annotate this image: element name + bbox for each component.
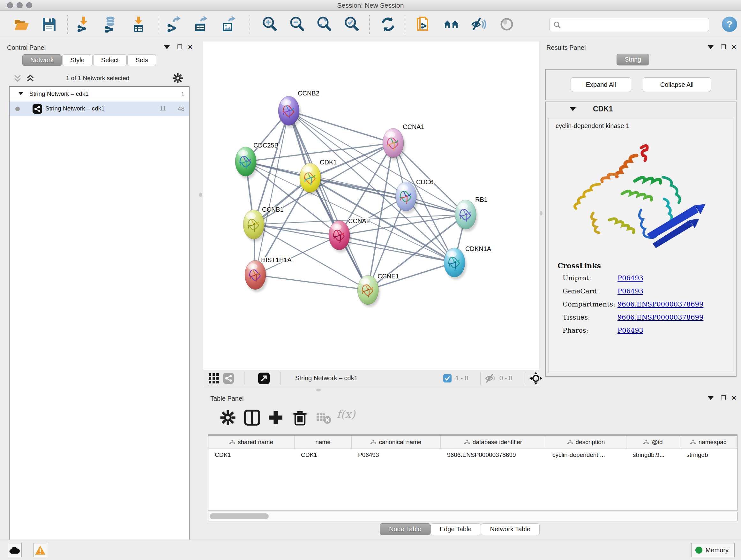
scrollbar-thumb[interactable]: [210, 513, 269, 519]
network-canvas[interactable]: CCNB2CCNA1CDC25BCDK1CDC6RB1CCNB1CCNA2CDK…: [203, 42, 539, 370]
node-CDKN1A[interactable]: CDKN1A: [444, 245, 491, 280]
export-table-icon[interactable]: [193, 16, 209, 33]
share-view-icon[interactable]: [223, 373, 234, 384]
collapse-all-button[interactable]: Collapse All: [643, 77, 711, 92]
control-panel-close-icon[interactable]: ✕: [188, 44, 193, 51]
splitter-handle[interactable]: [316, 388, 321, 391]
column-header-description[interactable]: description: [546, 435, 626, 449]
crosslink-link[interactable]: P06493: [617, 287, 643, 295]
results-panel-float-icon[interactable]: ❒: [721, 44, 726, 51]
edge-CCNB1-CCNA2[interactable]: [254, 225, 339, 235]
zoom-fit-icon[interactable]: [316, 16, 333, 33]
external-link-icon[interactable]: [258, 373, 270, 384]
splitter-handle[interactable]: [199, 192, 202, 197]
tab-sets[interactable]: Sets: [127, 54, 156, 66]
network-row[interactable]: String Network – cdk1 11 48: [10, 102, 189, 116]
cloud-button[interactable]: [8, 543, 22, 557]
node-HIST1H1A[interactable]: HIST1H1A: [245, 256, 292, 292]
save-session-icon[interactable]: [41, 16, 57, 33]
table-cell[interactable]: 9606.ENSP00000378699: [441, 449, 546, 462]
node-CCNA1[interactable]: CCNA1: [383, 123, 424, 160]
table-cell[interactable]: cyclin-dependent ...: [546, 449, 626, 462]
control-panel-menu-icon[interactable]: [164, 45, 170, 49]
table-cell[interactable]: P06493: [352, 449, 441, 462]
table-panel-menu-icon[interactable]: [708, 396, 714, 400]
zoom-out-icon[interactable]: [289, 16, 306, 33]
crosslink-link[interactable]: P06493: [617, 327, 643, 334]
control-panel-float-icon[interactable]: ❒: [177, 44, 183, 51]
expand-all-icon[interactable]: [25, 73, 35, 83]
node-CCNB2[interactable]: CCNB2: [278, 90, 320, 128]
selected-checkbox-icon[interactable]: [443, 374, 452, 382]
column-header-shared-name[interactable]: shared name: [208, 435, 294, 449]
export-image-icon[interactable]: [220, 16, 237, 33]
table-horizontal-scrollbar[interactable]: [208, 512, 738, 521]
trash-icon[interactable]: [292, 410, 308, 426]
cdk1-section-header[interactable]: CDK1: [546, 102, 736, 118]
hidden-eye-slash-icon[interactable]: [485, 374, 496, 383]
plus-icon[interactable]: [268, 410, 284, 426]
edge-CCNB2-CCNA1[interactable]: [289, 111, 393, 143]
zoom-selected-icon[interactable]: [343, 16, 360, 33]
table-cell[interactable]: CDK1: [294, 449, 352, 462]
gear-icon[interactable]: [220, 410, 236, 426]
sphere-icon[interactable]: [498, 16, 515, 33]
new-network-from-selection-icon[interactable]: [415, 16, 431, 33]
edge-CCNB2-RB1[interactable]: [289, 111, 466, 214]
tab-select[interactable]: Select: [93, 54, 127, 66]
table-row[interactable]: CDK1CDK1P064939606.ENSP00000378699cyclin…: [208, 449, 737, 462]
node-table[interactable]: shared namenamecanonical namedatabase id…: [208, 435, 738, 511]
collapse-all-icon[interactable]: [13, 73, 22, 83]
tab-edge-table[interactable]: Edge Table: [430, 523, 481, 535]
table-cell[interactable]: stringdb:9...: [626, 449, 680, 462]
table-cell[interactable]: stringdb: [680, 449, 737, 462]
tab-string[interactable]: String: [616, 54, 649, 65]
crosslink-link[interactable]: 9606.ENSP00000378699: [617, 314, 703, 321]
crosslink-link[interactable]: 9606.ENSP00000378699: [617, 300, 703, 308]
import-table-icon[interactable]: [130, 16, 147, 33]
tab-node-table[interactable]: Node Table: [380, 523, 430, 535]
network-graph[interactable]: CCNB2CCNA1CDC25BCDK1CDC6RB1CCNB1CCNA2CDK…: [203, 42, 539, 370]
crosslink-link[interactable]: P06493: [617, 274, 643, 282]
eye-slash-icon[interactable]: [470, 16, 487, 33]
collection-disclosure-icon[interactable]: [18, 92, 23, 95]
gear-icon[interactable]: [172, 73, 183, 84]
edge-CCNB2-CCNE1[interactable]: [289, 111, 368, 290]
splitter-handle[interactable]: [540, 211, 542, 215]
results-panel-menu-icon[interactable]: [708, 45, 714, 49]
help-icon[interactable]: ?: [722, 17, 737, 32]
edge-HIST1H1A-CCNE1[interactable]: [255, 275, 368, 290]
export-network-icon[interactable]: [166, 16, 183, 33]
table-panel-float-icon[interactable]: ❒: [721, 394, 726, 401]
tab-network-table[interactable]: Network Table: [481, 523, 540, 535]
grid-view-icon[interactable]: [208, 373, 219, 384]
expand-all-button[interactable]: Expand All: [570, 77, 631, 92]
columns-icon[interactable]: [244, 410, 260, 426]
table-panel-close-icon[interactable]: ✕: [731, 394, 737, 401]
network-collection-row[interactable]: String Network – cdk1 1: [10, 87, 189, 102]
memory-button[interactable]: Memory: [691, 543, 735, 557]
node-RB1[interactable]: RB1: [455, 196, 488, 232]
edge-CCNB2-HIST1H1A[interactable]: [255, 111, 289, 275]
import-database-icon[interactable]: [102, 16, 119, 33]
cdk1-disclosure-icon[interactable]: [570, 107, 576, 111]
node-CDC25B[interactable]: CDC25B: [235, 142, 279, 179]
delete-table-icon[interactable]: [316, 410, 332, 426]
column-header-namespac[interactable]: namespac: [680, 435, 737, 449]
tab-network[interactable]: Network: [22, 54, 62, 66]
open-session-icon[interactable]: [13, 16, 30, 33]
column-header-@id[interactable]: @id: [626, 435, 680, 449]
column-header-database-identifier[interactable]: database identifier: [441, 435, 546, 449]
refresh-layout-icon[interactable]: [380, 16, 396, 33]
birds-eye-crosshair-icon[interactable]: [529, 372, 542, 385]
search-input[interactable]: [564, 19, 704, 30]
column-header-name[interactable]: name: [294, 435, 352, 449]
table-cell[interactable]: CDK1: [208, 449, 294, 462]
import-network-icon[interactable]: [75, 16, 92, 33]
function-icon[interactable]: f(x): [337, 408, 365, 424]
double-home-icon[interactable]: [443, 16, 460, 33]
tab-style[interactable]: Style: [62, 54, 92, 66]
results-panel-close-icon[interactable]: ✕: [731, 44, 737, 51]
zoom-in-icon[interactable]: [261, 16, 278, 33]
node-CCNE1[interactable]: CCNE1: [357, 273, 399, 307]
